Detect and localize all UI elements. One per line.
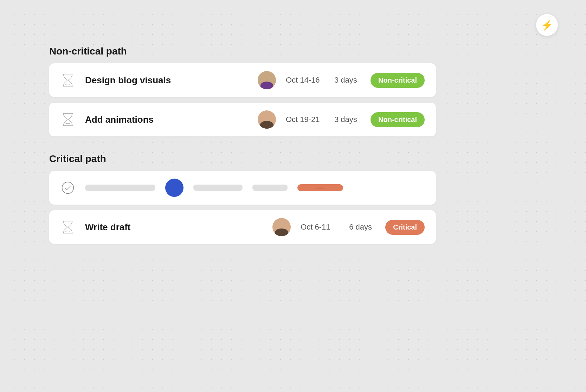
- non-critical-title: Non-critical path: [49, 46, 436, 57]
- date-range-design-blog-visuals: Oct 14-16: [286, 76, 324, 85]
- duration-write-draft: 6 days: [349, 223, 375, 232]
- critical-title: Critical path: [49, 153, 436, 165]
- duration-add-animations: 3 days: [334, 115, 361, 124]
- badge-redacted: [297, 184, 343, 191]
- main-container: Non-critical path Design blog visuals Oc…: [49, 46, 436, 261]
- lightning-bolt-icon: ⚡: [541, 19, 553, 31]
- task-card-add-animations[interactable]: Add animations Oct 19-21 3 days Non-crit…: [49, 103, 436, 136]
- hourglass-icon-2: [60, 112, 75, 127]
- task-name-add-animations: Add animations: [85, 114, 248, 125]
- lightning-button[interactable]: ⚡: [536, 14, 558, 36]
- check-icon: [60, 180, 75, 195]
- task-card-write-draft[interactable]: Write draft Oct 6-11 6 days Critical: [49, 210, 436, 244]
- task-name-design-blog-visuals: Design blog visuals: [85, 75, 248, 86]
- task-name-write-draft: Write draft: [85, 222, 263, 233]
- avatar-design-blog-visuals: [258, 71, 276, 89]
- date-range-write-draft: Oct 6-11: [301, 223, 339, 232]
- task-card-design-blog-visuals[interactable]: Design blog visuals Oct 14-16 3 days Non…: [49, 63, 436, 97]
- avatar-write-draft: [272, 218, 291, 236]
- avatar-redacted: [165, 179, 183, 197]
- svg-point-4: [62, 182, 74, 194]
- badge-add-animations: Non-critical: [371, 112, 425, 127]
- badge-write-draft: Critical: [385, 220, 425, 235]
- critical-section: Critical path: [49, 153, 436, 244]
- hourglass-icon-3: [60, 220, 75, 234]
- hourglass-icon: [60, 73, 75, 88]
- duration-design-blog-visuals: 3 days: [334, 76, 361, 85]
- redacted-duration: [252, 185, 288, 191]
- task-card-redacted[interactable]: [49, 171, 436, 205]
- badge-design-blog-visuals: Non-critical: [371, 73, 425, 88]
- redacted-date-range: [193, 185, 243, 191]
- date-range-add-animations: Oct 19-21: [286, 115, 324, 124]
- redacted-task-name: [85, 185, 155, 191]
- non-critical-section: Non-critical path Design blog visuals Oc…: [49, 46, 436, 136]
- avatar-add-animations: [258, 110, 276, 129]
